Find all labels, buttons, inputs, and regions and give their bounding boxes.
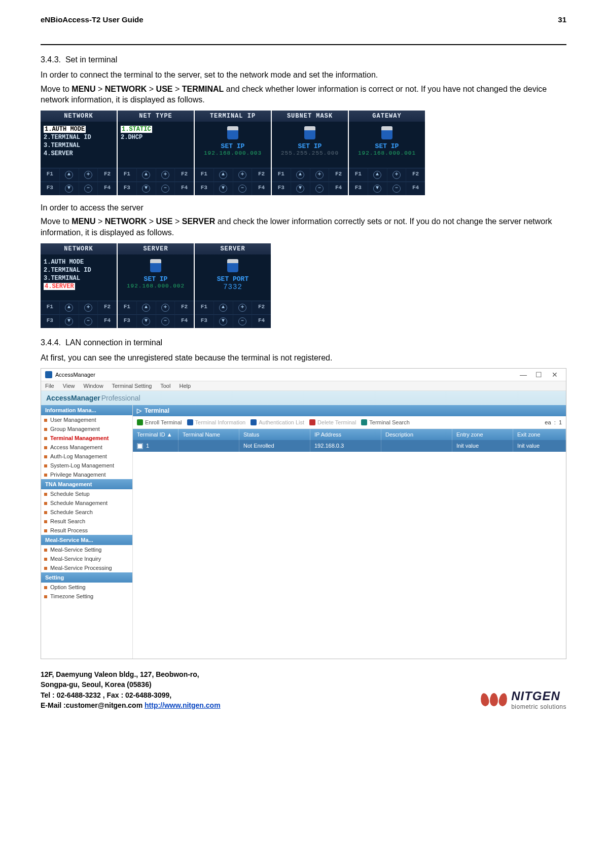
key-f1[interactable]: F1 [118, 301, 136, 314]
key-f4[interactable]: F4 [97, 182, 117, 195]
key-f2[interactable]: F2 [97, 168, 117, 182]
sidebar-item-result-search[interactable]: Result Search [41, 517, 132, 526]
key-f4[interactable]: F4 [97, 314, 117, 328]
sidebar-item-privilege[interactable]: Privilege Management [41, 470, 132, 479]
key-up[interactable]: ▲ [291, 168, 310, 182]
toolbar-authlist[interactable]: Authentication List [251, 419, 304, 425]
key-f4[interactable]: F4 [252, 314, 271, 328]
sidebar-item-option-setting[interactable]: Option Setting [41, 583, 132, 592]
menu-view[interactable]: View [63, 383, 75, 389]
menu-tool[interactable]: Tool [160, 383, 170, 389]
sidebar-group-setting[interactable]: Setting [41, 572, 132, 583]
key-minus[interactable]: － [156, 314, 175, 328]
key-down[interactable]: ▼ [291, 182, 310, 195]
table-row[interactable]: 1 Not Enrolled 192.168.0.3 Init value In… [133, 440, 566, 452]
sidebar-item-timezone-setting[interactable]: Timezone Setting [41, 592, 132, 601]
sidebar-group-meal[interactable]: Meal-Service Ma... [41, 535, 132, 545]
menu-item-terminal[interactable]: 3.TERMINAL [44, 141, 114, 150]
key-f2[interactable]: F2 [406, 168, 425, 182]
sidebar-group-info[interactable]: Information Mana... [41, 405, 132, 415]
key-f1[interactable]: F1 [272, 168, 291, 182]
menu-item-static[interactable]: 1.STATIC [121, 126, 152, 133]
toolbar-info[interactable]: Terminal Information [187, 419, 246, 425]
menu-file[interactable]: File [45, 383, 54, 389]
col-terminal-name[interactable]: Terminal Name [178, 429, 239, 440]
menu-item-termid[interactable]: 2.TERMINAL ID [44, 266, 114, 274]
col-terminal-id[interactable]: Terminal ID ▲ [133, 429, 178, 440]
key-f3[interactable]: F3 [195, 182, 213, 195]
key-down[interactable]: ▼ [136, 314, 156, 328]
menu-terminal-setting[interactable]: Terminal Setting [112, 383, 152, 389]
footer-link[interactable]: http://www.nitgen.com [145, 701, 221, 709]
key-up[interactable]: ▲ [136, 301, 156, 314]
key-minus[interactable]: － [310, 182, 329, 195]
sidebar-group-tna[interactable]: TNA Management [41, 479, 132, 489]
sidebar-item-meal-processing[interactable]: Meal-Service Processing [41, 563, 132, 572]
key-f1[interactable]: F1 [195, 168, 213, 182]
key-f3[interactable]: F3 [41, 314, 59, 328]
key-f4[interactable]: F4 [174, 314, 194, 328]
maximize-button[interactable]: ☐ [532, 371, 546, 379]
key-up[interactable]: ▲ [59, 301, 79, 314]
key-minus[interactable]: － [387, 182, 406, 195]
sidebar-item-access-mgmt[interactable]: Access Management [41, 443, 132, 452]
key-down[interactable]: ▼ [368, 182, 387, 195]
key-down[interactable]: ▼ [59, 314, 79, 328]
key-f3[interactable]: F3 [118, 182, 136, 195]
key-minus[interactable]: － [79, 314, 98, 328]
key-up[interactable]: ▲ [136, 168, 156, 182]
key-minus[interactable]: － [233, 182, 252, 195]
toolbar-delete[interactable]: Delete Terminal [309, 419, 356, 425]
key-plus[interactable]: ＋ [233, 168, 252, 182]
key-plus[interactable]: ＋ [79, 301, 98, 314]
key-up[interactable]: ▲ [368, 168, 387, 182]
key-f2[interactable]: F2 [97, 301, 117, 314]
key-f3[interactable]: F3 [41, 182, 59, 195]
toolbar-search[interactable]: Terminal Search [361, 419, 409, 425]
sidebar-item-meal-setting[interactable]: Meal-Service Setting [41, 545, 132, 554]
key-plus[interactable]: ＋ [387, 168, 406, 182]
key-f2[interactable]: F2 [252, 168, 271, 182]
key-down[interactable]: ▼ [136, 182, 156, 195]
sidebar-item-schedule-search[interactable]: Schedule Search [41, 508, 132, 517]
sidebar-item-syslog[interactable]: System-Log Management [41, 461, 132, 470]
key-f1[interactable]: F1 [41, 301, 59, 314]
menu-item-termid[interactable]: 2.TERMINAL ID [44, 133, 114, 141]
key-f3[interactable]: F3 [118, 314, 136, 328]
key-plus[interactable]: ＋ [233, 301, 252, 314]
key-plus[interactable]: ＋ [156, 168, 175, 182]
key-f1[interactable]: F1 [41, 168, 59, 182]
key-f1[interactable]: F1 [195, 301, 213, 314]
key-f2[interactable]: F2 [174, 301, 194, 314]
key-minus[interactable]: － [79, 182, 98, 195]
key-up[interactable]: ▲ [213, 301, 233, 314]
menu-window[interactable]: Window [84, 383, 103, 389]
sidebar-item-result-process[interactable]: Result Process [41, 526, 132, 535]
menu-item-server[interactable]: 4.SERVER [44, 150, 114, 158]
key-f4[interactable]: F4 [329, 182, 348, 195]
sidebar-item-schedule-setup[interactable]: Schedule Setup [41, 489, 132, 498]
toolbar-enroll[interactable]: Enroll Terminal [137, 419, 182, 425]
key-f3[interactable]: F3 [349, 182, 368, 195]
menu-item-dhcp[interactable]: 2.DHCP [121, 133, 191, 141]
sidebar-item-user-mgmt[interactable]: User Management [41, 415, 132, 424]
sidebar-item-authlog[interactable]: Auth-Log Management [41, 452, 132, 461]
col-description[interactable]: Description [381, 429, 452, 440]
key-down[interactable]: ▼ [213, 182, 233, 195]
menu-item-server[interactable]: 4.SERVER [44, 283, 75, 290]
key-f1[interactable]: F1 [118, 168, 136, 182]
key-plus[interactable]: ＋ [156, 301, 175, 314]
key-f4[interactable]: F4 [252, 182, 271, 195]
sidebar-item-terminal-mgmt[interactable]: Terminal Management [41, 433, 132, 443]
key-f4[interactable]: F4 [174, 182, 194, 195]
col-exit-zone[interactable]: Exit zone [513, 429, 566, 440]
key-up[interactable]: ▲ [59, 168, 79, 182]
key-f3[interactable]: F3 [195, 314, 213, 328]
key-plus[interactable]: ＋ [79, 168, 98, 182]
close-button[interactable]: ✕ [548, 371, 562, 379]
col-entry-zone[interactable]: Entry zone [452, 429, 513, 440]
col-ip[interactable]: IP Address [310, 429, 381, 440]
key-down[interactable]: ▼ [213, 314, 233, 328]
menu-item-auth[interactable]: 1.AUTH MODE [44, 258, 114, 266]
key-minus[interactable]: － [156, 182, 175, 195]
